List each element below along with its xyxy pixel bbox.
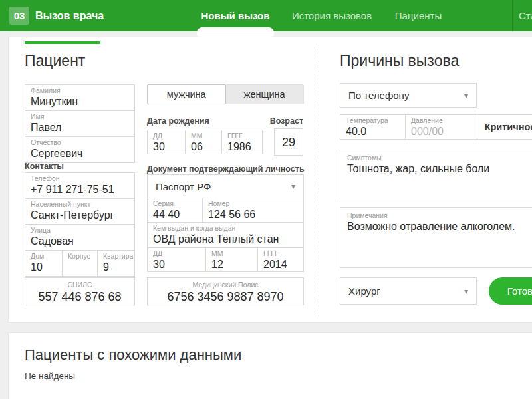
field-value: Минуткин bbox=[31, 95, 129, 108]
field-label: Имя bbox=[31, 112, 129, 121]
phone-field[interactable]: Телефон +7 911 271-75-51 bbox=[25, 172, 135, 199]
field-value: Тошнота, жар, сильные боли bbox=[347, 162, 532, 175]
field-value: 6756 3456 9887 8970 bbox=[153, 289, 298, 304]
issue-month-field[interactable]: ММ 12 bbox=[205, 247, 258, 272]
similar-patients-empty-text: Не найдены bbox=[25, 371, 75, 381]
issue-day-field[interactable]: ДД 30 bbox=[147, 247, 206, 272]
field-value: Возможно отравление алкоголем. bbox=[347, 220, 532, 233]
birth-month-field[interactable]: ММ 06 bbox=[185, 130, 222, 154]
symptoms-field[interactable]: Симптомы Тошнота, жар, сильные боли bbox=[340, 150, 532, 200]
field-label: Примечания bbox=[347, 211, 532, 220]
middle-name-field[interactable]: Отчество Сергеевич bbox=[25, 136, 135, 163]
last-name-field[interactable]: Фамилия Минуткин bbox=[25, 84, 135, 111]
tab-call-history[interactable]: История вызовов bbox=[286, 0, 378, 31]
field-value: 40.0 bbox=[346, 125, 400, 138]
contacts-label: Контакты bbox=[25, 162, 64, 171]
field-value: 2014 bbox=[263, 258, 298, 271]
field-value: 1986 bbox=[227, 140, 257, 153]
field-label: Отчество bbox=[31, 138, 129, 147]
street-field[interactable]: Улица Садовая bbox=[25, 224, 135, 251]
policy-field[interactable]: Медицинский Полис 6756 3456 9887 8970 bbox=[147, 277, 304, 305]
app-header: 03 Вызов врача Новый вызов История вызов… bbox=[0, 0, 532, 31]
field-label: Дом bbox=[31, 252, 57, 261]
column-divider bbox=[319, 44, 319, 317]
field-value: ОВД района Теплый стан bbox=[153, 233, 298, 245]
field-value: 30 bbox=[153, 140, 180, 153]
field-label: Квартира bbox=[103, 252, 129, 261]
select-value: По телефону bbox=[348, 90, 409, 101]
gender-male-option[interactable]: мужчина bbox=[147, 84, 226, 104]
field-label: Корпус bbox=[68, 252, 92, 261]
chevron-down-icon: ▾ bbox=[464, 287, 468, 296]
field-label: Улица bbox=[31, 226, 129, 235]
header-divider bbox=[512, 0, 513, 31]
field-label: Телефон bbox=[31, 174, 129, 183]
apartment-field[interactable]: Квартира 9 bbox=[97, 250, 135, 277]
field-label: СНИЛС bbox=[31, 281, 129, 289]
specialist-select[interactable]: Хирург ▾ bbox=[340, 277, 477, 305]
field-value: 557 446 876 68 bbox=[31, 289, 129, 304]
field-label: Серия bbox=[153, 200, 197, 208]
first-name-field[interactable]: Имя Павел bbox=[25, 110, 135, 137]
similar-patients-title: Пациенты с похожими данными bbox=[25, 346, 241, 364]
house-field[interactable]: Дом 10 bbox=[25, 250, 63, 277]
field-label: Фамилия bbox=[31, 86, 129, 95]
field-label: Симптомы bbox=[347, 154, 532, 162]
doc-number-field[interactable]: Номер 124 56 66 bbox=[202, 198, 304, 223]
building-field[interactable]: Корпус bbox=[62, 250, 98, 277]
snils-field[interactable]: СНИЛС 557 446 876 68 bbox=[25, 277, 135, 305]
field-value: 10 bbox=[31, 261, 57, 273]
call-source-select[interactable]: По телефону ▾ bbox=[340, 83, 477, 108]
section-accent-bar bbox=[25, 41, 100, 44]
age-field[interactable]: 29 bbox=[274, 128, 303, 156]
field-value: Сергеевич bbox=[31, 147, 129, 160]
doc-series-field[interactable]: Серия 44 40 bbox=[147, 198, 203, 223]
field-label: ГГГГ bbox=[227, 132, 257, 140]
field-value: Санкт-Петербург bbox=[31, 209, 129, 221]
birth-year-field[interactable]: ГГГГ 1986 bbox=[221, 130, 263, 154]
field-value: Садовая bbox=[31, 235, 129, 247]
field-label: Кем выдан и когда выдан bbox=[153, 224, 298, 233]
field-value: 124 56 66 bbox=[208, 208, 298, 221]
notes-field[interactable]: Примечания Возможно отравление алкоголем… bbox=[340, 207, 532, 268]
tab-patients[interactable]: Пациенты bbox=[384, 0, 452, 31]
field-value: 12 bbox=[211, 258, 252, 271]
gender-female-option[interactable]: женщина bbox=[225, 84, 305, 104]
select-value: Хирург bbox=[348, 285, 380, 297]
field-label: Населенный пункт bbox=[31, 200, 129, 209]
field-placeholder: 000/00 bbox=[411, 125, 471, 138]
field-value: 29 bbox=[280, 135, 297, 150]
tab-statistics[interactable]: Статистика bbox=[519, 0, 532, 31]
city-field[interactable]: Населенный пункт Санкт-Петербург bbox=[25, 198, 135, 225]
app-logo-badge: 03 bbox=[9, 7, 29, 25]
field-label: Медицинский Полис bbox=[153, 281, 298, 289]
field-label: Температура bbox=[346, 116, 400, 125]
field-label: ДД bbox=[153, 132, 180, 140]
doc-issued-field[interactable]: Кем выдан и когда выдан ОВД района Теплы… bbox=[147, 222, 304, 248]
field-label: ММ bbox=[191, 132, 216, 140]
reasons-section-title: Причины вызова bbox=[340, 52, 459, 70]
chevron-down-icon: ▾ bbox=[464, 91, 468, 100]
temperature-field[interactable]: Температура 40.0 bbox=[340, 114, 406, 140]
submit-button[interactable]: Готово bbox=[489, 277, 532, 305]
critical-button[interactable]: Критичное bbox=[477, 114, 532, 140]
pressure-field[interactable]: Давление 000/00 bbox=[405, 114, 477, 140]
field-label: ГГГГ bbox=[263, 249, 298, 258]
document-type-select[interactable]: Паспорт РФ ▾ bbox=[147, 174, 304, 198]
field-value: 9 bbox=[103, 261, 129, 273]
age-label: Возраст bbox=[245, 116, 303, 126]
field-value: Павел bbox=[31, 121, 129, 134]
select-value: Паспорт РФ bbox=[156, 181, 211, 192]
field-value: 06 bbox=[191, 140, 216, 153]
gender-toggle: мужчина женщина bbox=[147, 84, 304, 104]
tab-new-call[interactable]: Новый вызов bbox=[197, 0, 274, 31]
field-value: +7 911 271-75-51 bbox=[31, 183, 129, 196]
birth-day-field[interactable]: ДД 30 bbox=[147, 130, 186, 154]
field-label: ММ bbox=[211, 249, 252, 258]
call-form-card: Пациент Фамилия Минуткин Имя Павел Отчес… bbox=[8, 37, 532, 323]
patient-section-title: Пациент bbox=[25, 52, 85, 70]
field-value: 30 bbox=[153, 258, 200, 271]
issue-year-field[interactable]: ГГГГ 2014 bbox=[257, 247, 304, 272]
field-value: 44 40 bbox=[153, 208, 197, 221]
birth-date-label: Дата рождения bbox=[147, 116, 209, 126]
